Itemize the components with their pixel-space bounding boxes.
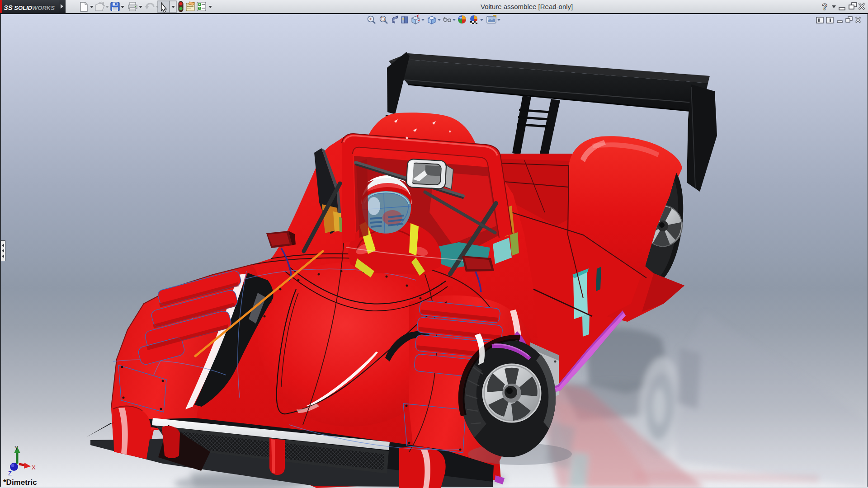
svg-text:Z: Z [8, 470, 12, 477]
svg-text:Y: Y [14, 445, 19, 451]
svg-text:X: X [32, 464, 36, 471]
svg-text:?: ? [822, 2, 827, 12]
